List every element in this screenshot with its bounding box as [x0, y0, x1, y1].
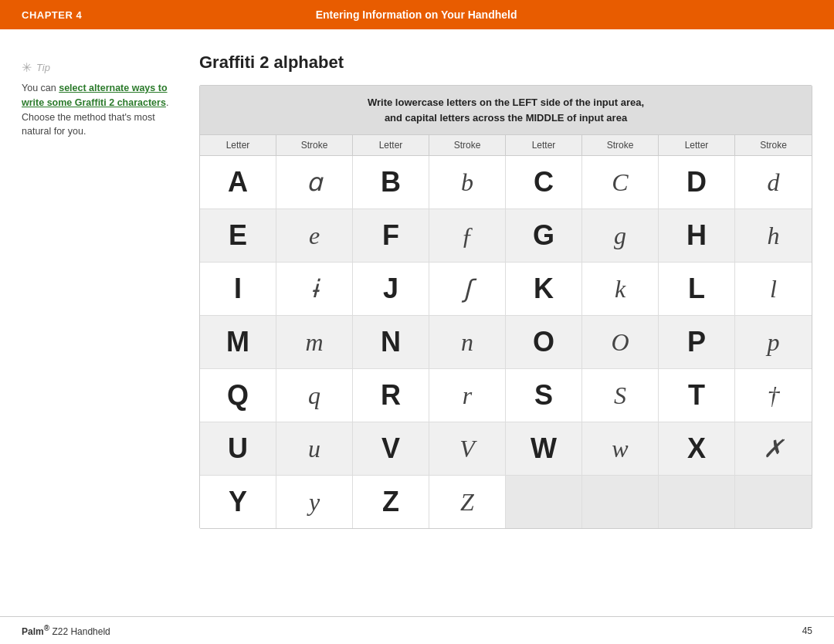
letter-cell: F [353, 209, 429, 262]
stroke-cell: k [582, 263, 659, 315]
col-header-4: Letter [506, 135, 582, 155]
letter-cell: A [200, 156, 276, 208]
letter-cell [506, 476, 582, 528]
stroke-cell: b [429, 156, 506, 208]
alphabet-rows: AɑBbCCDdEeFƒGgHhIɨJʃKkLlMmNnOOPpQqRrSST†… [200, 156, 812, 528]
stroke-cell: e [276, 209, 353, 262]
letter-cell: D [659, 156, 735, 208]
col-header-3: Stroke [429, 135, 506, 155]
stroke-cell: h [735, 209, 812, 262]
stroke-cell: g [582, 209, 659, 262]
col-header-2: Letter [353, 135, 429, 155]
stroke-cell: ƒ [429, 209, 506, 262]
stroke-cell: p [735, 316, 812, 368]
table-header-line1: Write lowercase letters on the LEFT side… [215, 95, 796, 110]
letter-cell: H [659, 209, 735, 262]
letter-cell: O [506, 316, 582, 368]
letter-cell: T [659, 369, 735, 422]
stroke-cell: ɑ [276, 156, 353, 208]
stroke-cell: ✗ [735, 422, 812, 475]
stroke-cell: ʃ [429, 263, 506, 315]
section-title: Graffiti 2 alphabet [199, 53, 812, 73]
table-row: EeFƒGgHh [200, 209, 812, 263]
letter-cell: N [353, 316, 429, 368]
letter-cell: W [506, 422, 582, 475]
stroke-cell: n [429, 316, 506, 368]
stroke-cell: l [735, 263, 812, 315]
page-footer: Palm® Z22 Handheld 45 [0, 616, 834, 644]
stroke-cell [582, 476, 659, 528]
table-row: YyZZ [200, 476, 812, 528]
stroke-cell: y [276, 476, 353, 528]
letter-cell: X [659, 422, 735, 475]
col-header-1: Stroke [276, 135, 353, 155]
letter-cell: G [506, 209, 582, 262]
chapter-title: Entering Information on Your Handheld [82, 8, 751, 21]
stroke-cell: w [582, 422, 659, 475]
stroke-cell: † [735, 369, 812, 422]
letter-cell: V [353, 422, 429, 475]
brand-name: Palm® [22, 626, 49, 637]
stroke-cell [735, 476, 812, 528]
main-content: ✳ Tip You can select alternate ways to w… [0, 29, 834, 616]
letter-cell: S [506, 369, 582, 422]
table-row: IɨJʃKkLl [200, 263, 812, 316]
table-header-line2: and capital letters across the MIDDLE of… [215, 110, 796, 126]
letter-cell: P [659, 316, 735, 368]
letter-cell: C [506, 156, 582, 208]
letter-cell: U [200, 422, 276, 475]
letter-cell [659, 476, 735, 528]
stroke-cell: S [582, 369, 659, 422]
page-header: CHAPTER 4 Entering Information on Your H… [0, 0, 834, 29]
letter-cell: Z [353, 476, 429, 528]
stroke-cell: Z [429, 476, 506, 528]
letter-cell: Y [200, 476, 276, 528]
table-header: Write lowercase letters on the LEFT side… [200, 86, 812, 135]
tip-header: ✳ Tip [22, 60, 176, 75]
letter-cell: Q [200, 369, 276, 422]
letter-cell: J [353, 263, 429, 315]
letter-cell: E [200, 209, 276, 262]
letter-cell: M [200, 316, 276, 368]
page-number: 45 [802, 625, 812, 636]
col-header-0: Letter [200, 135, 276, 155]
stroke-cell: d [735, 156, 812, 208]
stroke-cell: O [582, 316, 659, 368]
stroke-cell: r [429, 369, 506, 422]
letter-cell: I [200, 263, 276, 315]
letter-cell: L [659, 263, 735, 315]
table-row: QqRrSST† [200, 369, 812, 422]
column-headers: Letter Stroke Letter Stroke Letter Strok… [200, 135, 812, 156]
tip-star-icon: ✳ [22, 60, 32, 75]
stroke-cell: C [582, 156, 659, 208]
content-area: Graffiti 2 alphabet Write lowercase lett… [199, 53, 812, 601]
tip-label: Tip [36, 62, 50, 73]
tip-body: You can select alternate ways to write s… [22, 81, 176, 139]
chapter-label: CHAPTER 4 [22, 9, 82, 21]
col-header-7: Stroke [735, 135, 812, 155]
stroke-cell: V [429, 422, 506, 475]
table-row: MmNnOOPp [200, 316, 812, 369]
letter-cell: B [353, 156, 429, 208]
sidebar: ✳ Tip You can select alternate ways to w… [22, 53, 176, 601]
letter-cell: R [353, 369, 429, 422]
stroke-cell: u [276, 422, 353, 475]
stroke-cell: q [276, 369, 353, 422]
tip-link-alternate[interactable]: select alternate ways to write some Graf… [22, 83, 168, 108]
table-row: UuVVWwX✗ [200, 422, 812, 476]
letter-cell: K [506, 263, 582, 315]
stroke-cell: ɨ [276, 263, 353, 315]
col-header-6: Letter [659, 135, 735, 155]
table-row: AɑBbCCDd [200, 156, 812, 209]
col-header-5: Stroke [582, 135, 659, 155]
footer-brand: Palm® Z22 Handheld [22, 624, 110, 637]
model-name: Z22 Handheld [52, 626, 110, 637]
alphabet-table: Write lowercase letters on the LEFT side… [199, 85, 812, 529]
stroke-cell: m [276, 316, 353, 368]
